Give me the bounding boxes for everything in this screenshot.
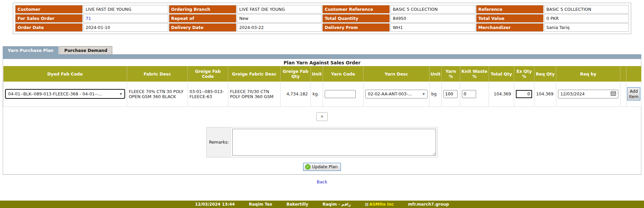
tab-purchase-demand[interactable]: Purchase Demand [59,46,112,54]
col-req-by: Req by [556,66,620,82]
info-value-order-date: 2024-01-10 [83,23,168,32]
knit-waste-pct-input[interactable] [462,90,476,98]
info-label-total-quantity: Total Quantity [322,14,390,23]
chevron-down-icon: ▼ [120,92,122,96]
spacer-cell [620,82,626,107]
req-by-date-input[interactable]: 12/03/2024 [558,90,618,98]
back-link[interactable]: Back [317,179,327,184]
add-item-button[interactable]: Add Item [627,87,640,100]
footer-user: Raqim - راقم [322,202,351,207]
info-value-total-quantity: 84950 [390,14,475,23]
col-yarn-code: Yarn Code [323,66,363,82]
page-title: Plan Yarn Against Sales Order [3,59,641,66]
dyed-fab-code-selected-value: 04-01--BLK--089-013-FLEECE-368 - 04-01--… [8,91,102,96]
col-fabric-desc: Fabric Desc [127,66,188,82]
info-value-delivery-date: 2024-03-22 [237,23,322,32]
info-value-ordering-branch: LIVE FAST DIE YOUNG [237,5,322,13]
info-value-merchandizer: Sania Tariq [544,23,629,32]
order-info-table: Customer LIVE FAST DIE YOUNG Ordering Br… [14,4,630,32]
greige-fab-qty-cell: 4,734.182 [281,82,311,107]
info-value-reference: BASIC 5 COLLECTION [544,5,629,13]
col-greige-fabric-desc: Greige Fabric Desc [228,66,281,82]
col-add [626,66,641,82]
info-label-reference: Reference [476,5,544,13]
info-value-delivery-from: WH1 [390,23,475,32]
remarks-label: Remarks: [207,127,231,157]
info-value-customer-reference: BASIC 5 COLLECTION [390,5,475,13]
footer-datetime: 12/03/2024 13:44 [195,202,235,207]
greige-fabric-desc-cell: FLEECE 70/30 CTN POLY OPEN 360 GSM [228,82,281,107]
yarn-code-input[interactable] [325,90,356,98]
tab-yarn-purchase-plan[interactable]: Yarn Purchase Plan [3,46,59,54]
table-header-row: Dyed Fab Code Fabric Desc Greige Fab Cod… [3,66,641,82]
info-label-customer-reference: Customer Reference [322,5,390,13]
info-label-for-sales-order: For Sales Order [15,14,83,23]
col-greige-fab-code: Greige Fab Code [188,66,228,82]
col-total-qty: Total Qty [489,66,514,82]
col-spacer [620,66,626,82]
col-dyed-fab-code: Dyed Fab Code [3,66,127,82]
calendar-icon[interactable] [611,91,616,97]
info-label-delivery-date: Delivery Date [169,23,236,32]
col-unit-2: Unit [430,66,442,82]
footer-domain: mfr.march7.group [408,202,449,207]
col-yarn-desc: Yarn Desc [363,66,430,82]
remarks-textarea[interactable] [232,129,436,156]
info-value-customer: LIVE FAST DIE YOUNG [83,5,168,13]
yarn-plan-panel: Plan Yarn Against Sales Order Dyed Fab C… [3,59,641,175]
footer-company: Raqim Tex [249,202,272,207]
ex-qty-pct-input[interactable] [516,90,532,98]
fabric-desc-cell: FLEECE 70% CTN 30 POLY OPEN GSM 360 BLAC… [127,82,188,107]
table-row: For Sales Order 71 Repeat of New Total Q… [15,14,629,23]
req-qty-cell: 104.369 [534,82,556,107]
row-expander-select[interactable]: ▼ [316,112,328,121]
info-label-customer: Customer [15,5,83,13]
table-row: Order Date 2024-01-10 Delivery Date 2024… [15,23,629,32]
info-value-total-value: 0 PKR [544,14,629,23]
sales-order-link[interactable]: 71 [86,16,91,21]
update-plan-label: Update Plan [312,164,338,169]
plan-data-row: 04-01--BLK--089-013-FLEECE-368 - 04-01--… [3,82,641,107]
tab-bar: Yarn Purchase Plan Purchase Demand [3,47,641,54]
update-plan-button[interactable]: ✓ Update Plan [303,163,341,171]
yarn-desc-select[interactable]: 02-02-AA-ANT-003-... ▼ [365,90,428,98]
col-req-qty: Req Qty [534,66,556,82]
yarn-plan-table: Dyed Fab Code Fabric Desc Greige Fab Cod… [3,66,641,107]
footer-vendor-label: ASMIte Inc [370,202,394,207]
total-qty-cell: 104.369 [489,82,514,107]
chevron-down-icon: ▼ [321,115,323,118]
order-info-panel: Customer LIVE FAST DIE YOUNG Ordering Br… [13,3,631,34]
table-row: Customer LIVE FAST DIE YOUNG Ordering Br… [15,5,629,13]
yarn-desc-selected-value: 02-02-AA-ANT-003-... [368,91,412,96]
info-label-repeat-of: Repeat of [169,14,236,23]
chevron-down-icon: ▼ [422,92,425,96]
req-by-date-value: 12/03/2024 [560,91,585,96]
status-bar: 12/03/2024 13:44 Raqim Tex Bakertilly Ra… [0,201,644,208]
info-label-ordering-branch: Ordering Branch [169,5,236,13]
info-label-order-date: Order Date [15,23,83,32]
info-label-total-value: Total Value [476,14,544,23]
check-circle-icon: ✓ [305,164,311,170]
info-value-repeat-of: New [237,14,322,23]
remarks-section: Remarks: [206,127,438,157]
tab-strip-bar [3,54,641,59]
info-label-delivery-from: Delivery From [322,23,390,32]
info-label-merchandizer: Merchandizer [476,23,544,32]
col-knit-waste-pct: Knit Waste % [460,66,489,82]
dyed-fab-code-select[interactable]: 04-01--BLK--089-013-FLEECE-368 - 04-01--… [5,89,125,99]
yarn-pct-input[interactable] [443,90,458,98]
col-greige-fab-qty: Greige Fab Qty [281,66,311,82]
col-ex-qty-pct: Ex Qty % [514,66,534,82]
col-yarn-pct: Yarn % [442,66,460,82]
footer-auditor: Bakertilly [287,202,309,207]
yarn-unit-cell: bg [430,82,442,107]
col-unit-1: Unit [311,66,323,82]
greige-fab-code-cell: 03-01--085-013-FLEECE-63 [188,82,228,107]
greige-unit-cell: kg. [311,82,323,107]
grid-icon [365,203,368,206]
footer-vendor[interactable]: ASMIte Inc [365,202,394,207]
